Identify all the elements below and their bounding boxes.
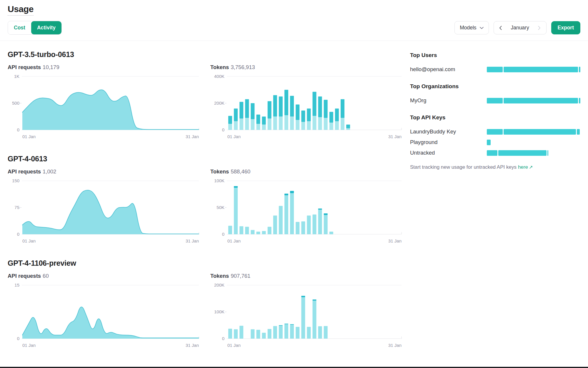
tokens-block: Tokens588,460 100K50K001 Jan31 Jan [210,168,403,244]
export-button[interactable]: Export [551,21,580,34]
usage-row-label: hello@openai.com [410,66,487,73]
model-section: GPT-4-0613 API requests1,002 15075001 Ja… [8,155,403,244]
usage-row-label: MyOrg [410,97,487,104]
model-title: GPT-3.5-turbo-0613 [8,50,403,59]
tab-cost[interactable]: Cost [8,21,31,34]
usage-bar-segment [579,98,580,103]
next-month-button[interactable] [533,21,546,34]
svg-text:0: 0 [17,232,19,237]
model-title: GPT-4-0613 [8,155,403,163]
svg-text:31 Jan: 31 Jan [388,238,402,243]
group-title: Top Organizations [410,83,580,90]
svg-text:75: 75 [14,205,19,210]
svg-text:1K: 1K [14,74,19,79]
api-requests-block: API requests10,179 1K500001 Jan31 Jan [8,64,200,140]
models-dropdown-label: Models [460,25,476,31]
chevron-right-icon [538,26,541,30]
api-requests-value: 60 [43,273,49,279]
tokens-label: Tokens [210,273,229,279]
api-requests-label: API requests [8,168,41,175]
svg-text:100K: 100K [214,309,224,314]
svg-text:0: 0 [222,127,224,132]
month-navigator: January [494,21,547,34]
svg-text:0: 0 [222,232,224,237]
api-requests-block: API requests1,002 15075001 Jan31 Jan [8,168,200,244]
footer-text: Start tracking new usage for untracked A… [410,164,517,170]
usage-bar-segment [504,129,576,135]
model-section: GPT-4-1106-preview API requests60 15001 … [8,259,403,349]
usage-row-label: Untracked [410,150,487,156]
svg-text:31 Jan: 31 Jan [388,134,402,139]
models-dropdown-button[interactable]: Models [454,21,489,34]
page-title: Usage [8,4,34,16]
svg-text:0: 0 [17,127,19,132]
api-requests-block: API requests60 15001 Jan31 Jan [8,273,200,349]
usage-bar-segment [547,150,548,156]
svg-text:31 Jan: 31 Jan [186,134,199,139]
svg-text:200K: 200K [214,282,224,287]
svg-text:01 Jan: 01 Jan [22,134,36,139]
svg-text:100K: 100K [214,178,224,183]
api-requests-label: API requests [8,273,41,279]
tokens-chart: 200K100K001 Jan31 Jan [210,280,403,349]
usage-row: Untracked [410,150,580,156]
svg-text:15: 15 [14,282,19,287]
tokens-value: 907,761 [231,273,250,279]
svg-text:01 Jan: 01 Jan [227,343,241,348]
usage-bar [487,140,580,145]
usage-row: LaundryBuddy Key [410,128,580,135]
usage-group-top-users: Top Usershello@openai.com [410,52,580,73]
svg-text:01 Jan: 01 Jan [227,238,241,243]
cost-activity-toggle: Cost Activity [8,21,62,35]
usage-group-top-organizations: Top OrganizationsMyOrg [410,83,580,104]
month-label: January [511,25,529,31]
api-requests-value: 10,179 [43,64,59,70]
group-title: Top API Keys [410,114,580,121]
usage-bar-segment [487,140,491,145]
untracked-keys-footer: Start tracking new usage for untracked A… [410,164,580,170]
usage-bar-segment [504,98,578,103]
tokens-chart: 400K200K001 Jan31 Jan [210,72,403,140]
tab-activity[interactable]: Activity [31,21,61,34]
previous-month-button[interactable] [494,21,507,34]
usage-bar [487,150,580,156]
tokens-block: Tokens3,756,913 400K200K001 Jan31 Jan [210,64,403,140]
header-controls: Models January Export [454,21,580,34]
svg-text:50K: 50K [216,205,224,210]
usage-bar-segment [487,150,497,156]
usage-group-top-api-keys: Top API KeysLaundryBuddy KeyPlaygroundUn… [410,114,580,156]
usage-bar-segment [487,67,503,72]
svg-text:01 Jan: 01 Jan [227,134,241,139]
api-requests-chart: 1K500001 Jan31 Jan [8,72,200,140]
usage-bar-segment [579,67,580,72]
footer-here-link[interactable]: here [518,164,528,170]
group-title: Top Users [410,52,580,58]
tokens-block: Tokens907,761 200K100K001 Jan31 Jan [210,273,403,349]
external-link-arrow-icon: ↗ [529,165,533,170]
usage-bar-segment [498,150,547,156]
api-requests-chart: 15001 Jan31 Jan [8,280,200,349]
model-title: GPT-4-1106-preview [8,259,403,267]
tokens-chart: 100K50K001 Jan31 Jan [210,176,403,244]
tokens-value: 588,460 [231,168,250,175]
usage-charts-main: GPT-3.5-turbo-0613 API requests10,179 1K… [8,49,403,363]
api-requests-value: 1,002 [43,168,56,175]
usage-row-label: Playground [410,139,487,145]
svg-text:31 Jan: 31 Jan [186,238,199,243]
svg-text:31 Jan: 31 Jan [388,343,402,348]
usage-row-label: LaundryBuddy Key [410,128,487,135]
svg-text:400K: 400K [214,74,224,79]
usage-row: hello@openai.com [410,66,580,73]
tokens-label: Tokens [210,168,229,175]
usage-bar-segment [504,67,578,72]
bottom-scrollbar[interactable] [0,367,588,368]
svg-text:0: 0 [222,336,224,341]
chevron-left-icon [499,26,502,30]
tokens-label: Tokens [210,64,229,70]
usage-bar [487,67,580,72]
usage-row: Playground [410,139,580,145]
usage-bar-segment [487,129,503,135]
usage-bar-segment [487,98,503,103]
page-header: Usage Cost Activity Models January [0,0,588,41]
usage-bar-segment [577,129,580,135]
